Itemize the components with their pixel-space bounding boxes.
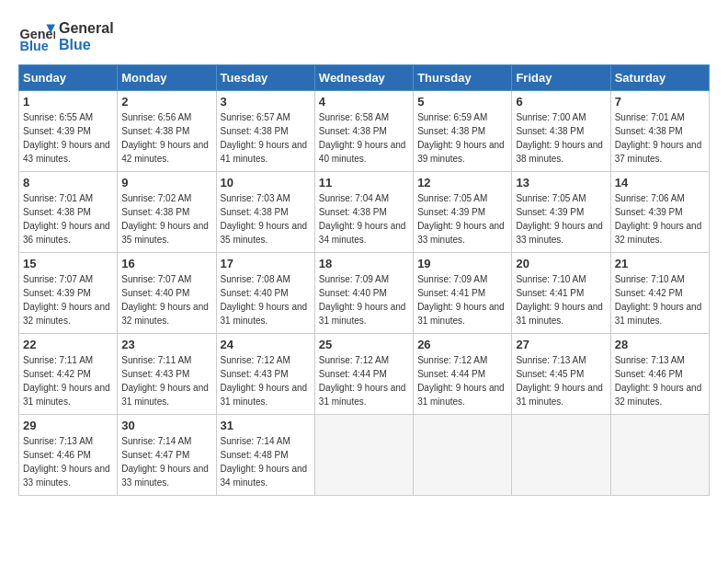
day-number: 30 [121,419,211,432]
calendar-header-row: SundayMondayTuesdayWednesdayThursdayFrid… [19,65,710,91]
calendar-cell: 24 Sunrise: 7:12 AM Sunset: 4:43 PM Dayl… [216,334,314,415]
cell-info: Sunrise: 6:58 AM Sunset: 4:38 PM Dayligh… [319,110,409,166]
page-header: General Blue General Blue [18,18,710,55]
week-row-5: 29 Sunrise: 7:13 AM Sunset: 4:46 PM Dayl… [19,415,710,496]
cell-info: Sunrise: 7:14 AM Sunset: 4:48 PM Dayligh… [221,434,311,489]
cell-info: Sunrise: 7:07 AM Sunset: 4:39 PM Dayligh… [23,272,113,327]
calendar-cell: 16 Sunrise: 7:07 AM Sunset: 4:40 PM Dayl… [118,253,216,334]
day-number: 20 [516,257,606,270]
calendar-cell: 2 Sunrise: 6:56 AM Sunset: 4:38 PM Dayli… [118,91,216,172]
calendar-cell: 10 Sunrise: 7:03 AM Sunset: 4:38 PM Dayl… [216,172,314,253]
week-row-1: 1 Sunrise: 6:55 AM Sunset: 4:39 PM Dayli… [19,91,710,172]
day-number: 28 [615,338,705,351]
day-number: 5 [417,95,507,109]
day-number: 14 [615,176,705,190]
week-row-2: 8 Sunrise: 7:01 AM Sunset: 4:38 PM Dayli… [19,172,710,253]
day-number: 16 [121,257,211,270]
calendar-cell [610,415,709,496]
calendar-cell: 25 Sunrise: 7:12 AM Sunset: 4:44 PM Dayl… [314,334,413,415]
cell-info: Sunrise: 6:56 AM Sunset: 4:38 PM Dayligh… [121,110,211,166]
calendar-cell: 19 Sunrise: 7:09 AM Sunset: 4:41 PM Dayl… [414,253,512,334]
calendar-cell: 23 Sunrise: 7:11 AM Sunset: 4:43 PM Dayl… [118,334,216,415]
header-wednesday: Wednesday [314,65,413,91]
calendar-cell: 22 Sunrise: 7:11 AM Sunset: 4:42 PM Dayl… [19,334,118,415]
cell-info: Sunrise: 7:04 AM Sunset: 4:38 PM Dayligh… [319,191,409,247]
calendar-cell: 20 Sunrise: 7:10 AM Sunset: 4:41 PM Dayl… [512,253,610,334]
day-number: 4 [319,95,409,109]
logo-icon: General Blue [18,18,55,55]
calendar-cell: 18 Sunrise: 7:09 AM Sunset: 4:40 PM Dayl… [314,253,413,334]
day-number: 8 [23,176,113,190]
day-number: 11 [319,176,409,190]
logo-blue: Blue [59,37,114,53]
week-row-3: 15 Sunrise: 7:07 AM Sunset: 4:39 PM Dayl… [19,253,710,334]
day-number: 26 [417,338,507,351]
cell-info: Sunrise: 7:01 AM Sunset: 4:38 PM Dayligh… [615,110,705,166]
calendar-cell: 11 Sunrise: 7:04 AM Sunset: 4:38 PM Dayl… [314,172,413,253]
calendar-cell [512,415,610,496]
day-number: 27 [516,338,606,351]
cell-info: Sunrise: 6:55 AM Sunset: 4:39 PM Dayligh… [23,110,113,166]
day-number: 12 [417,176,507,190]
header-thursday: Thursday [414,65,512,91]
calendar-cell: 26 Sunrise: 7:12 AM Sunset: 4:44 PM Dayl… [414,334,512,415]
cell-info: Sunrise: 7:09 AM Sunset: 4:40 PM Dayligh… [319,272,409,327]
calendar-cell: 9 Sunrise: 7:02 AM Sunset: 4:38 PM Dayli… [118,172,216,253]
cell-info: Sunrise: 6:57 AM Sunset: 4:38 PM Dayligh… [221,110,311,166]
day-number: 24 [221,338,311,351]
day-number: 19 [417,257,507,270]
calendar-cell: 4 Sunrise: 6:58 AM Sunset: 4:38 PM Dayli… [314,91,413,172]
cell-info: Sunrise: 7:05 AM Sunset: 4:39 PM Dayligh… [417,191,507,247]
day-number: 15 [23,257,113,270]
calendar-cell: 1 Sunrise: 6:55 AM Sunset: 4:39 PM Dayli… [19,91,118,172]
day-number: 10 [221,176,311,190]
calendar-cell: 13 Sunrise: 7:05 AM Sunset: 4:39 PM Dayl… [512,172,610,253]
calendar-cell: 3 Sunrise: 6:57 AM Sunset: 4:38 PM Dayli… [216,91,314,172]
calendar-cell: 29 Sunrise: 7:13 AM Sunset: 4:46 PM Dayl… [19,415,118,496]
day-number: 6 [516,95,606,109]
calendar-cell: 5 Sunrise: 6:59 AM Sunset: 4:38 PM Dayli… [414,91,512,172]
cell-info: Sunrise: 7:01 AM Sunset: 4:38 PM Dayligh… [23,191,113,247]
cell-info: Sunrise: 7:03 AM Sunset: 4:38 PM Dayligh… [221,191,311,247]
day-number: 31 [221,419,311,432]
calendar-cell [314,415,413,496]
calendar-cell: 7 Sunrise: 7:01 AM Sunset: 4:38 PM Dayli… [610,91,709,172]
calendar-cell: 15 Sunrise: 7:07 AM Sunset: 4:39 PM Dayl… [19,253,118,334]
week-row-4: 22 Sunrise: 7:11 AM Sunset: 4:42 PM Dayl… [19,334,710,415]
day-number: 21 [615,257,705,270]
cell-info: Sunrise: 7:13 AM Sunset: 4:45 PM Dayligh… [516,353,606,408]
cell-info: Sunrise: 7:07 AM Sunset: 4:40 PM Dayligh… [121,272,211,327]
calendar-cell: 8 Sunrise: 7:01 AM Sunset: 4:38 PM Dayli… [19,172,118,253]
logo-general: General [59,20,114,37]
calendar-cell: 27 Sunrise: 7:13 AM Sunset: 4:45 PM Dayl… [512,334,610,415]
cell-info: Sunrise: 6:59 AM Sunset: 4:38 PM Dayligh… [417,110,507,166]
cell-info: Sunrise: 7:11 AM Sunset: 4:43 PM Dayligh… [121,353,211,408]
day-number: 18 [319,257,409,270]
calendar-cell: 17 Sunrise: 7:08 AM Sunset: 4:40 PM Dayl… [216,253,314,334]
cell-info: Sunrise: 7:14 AM Sunset: 4:47 PM Dayligh… [121,434,211,489]
day-number: 17 [221,257,311,270]
day-number: 9 [121,176,211,190]
day-number: 3 [221,95,311,109]
svg-text:Blue: Blue [20,39,49,53]
calendar-cell: 28 Sunrise: 7:13 AM Sunset: 4:46 PM Dayl… [610,334,709,415]
cell-info: Sunrise: 7:13 AM Sunset: 4:46 PM Dayligh… [23,434,113,489]
day-number: 25 [319,338,409,351]
header-tuesday: Tuesday [216,65,314,91]
calendar-cell: 21 Sunrise: 7:10 AM Sunset: 4:42 PM Dayl… [610,253,709,334]
calendar-table: SundayMondayTuesdayWednesdayThursdayFrid… [18,64,710,496]
cell-info: Sunrise: 7:09 AM Sunset: 4:41 PM Dayligh… [417,272,507,327]
cell-info: Sunrise: 7:00 AM Sunset: 4:38 PM Dayligh… [516,110,606,166]
header-saturday: Saturday [610,65,709,91]
cell-info: Sunrise: 7:05 AM Sunset: 4:39 PM Dayligh… [516,191,606,247]
calendar-cell: 14 Sunrise: 7:06 AM Sunset: 4:39 PM Dayl… [610,172,709,253]
day-number: 23 [121,338,211,351]
calendar-cell [414,415,512,496]
cell-info: Sunrise: 7:10 AM Sunset: 4:41 PM Dayligh… [516,272,606,327]
header-monday: Monday [118,65,216,91]
cell-info: Sunrise: 7:11 AM Sunset: 4:42 PM Dayligh… [23,353,113,408]
day-number: 7 [615,95,705,109]
day-number: 29 [23,419,113,432]
calendar-cell: 31 Sunrise: 7:14 AM Sunset: 4:48 PM Dayl… [216,415,314,496]
day-number: 13 [516,176,606,190]
